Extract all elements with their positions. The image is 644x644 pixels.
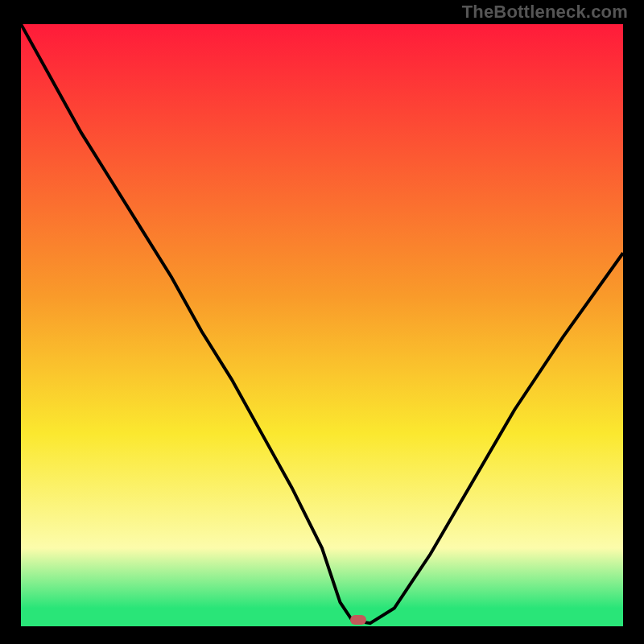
plot-area	[21, 24, 623, 623]
optimal-marker	[350, 615, 366, 625]
chart-frame: TheBottleneck.com	[0, 0, 644, 644]
bottleneck-curve	[21, 24, 623, 626]
watermark-text: TheBottleneck.com	[462, 2, 628, 23]
